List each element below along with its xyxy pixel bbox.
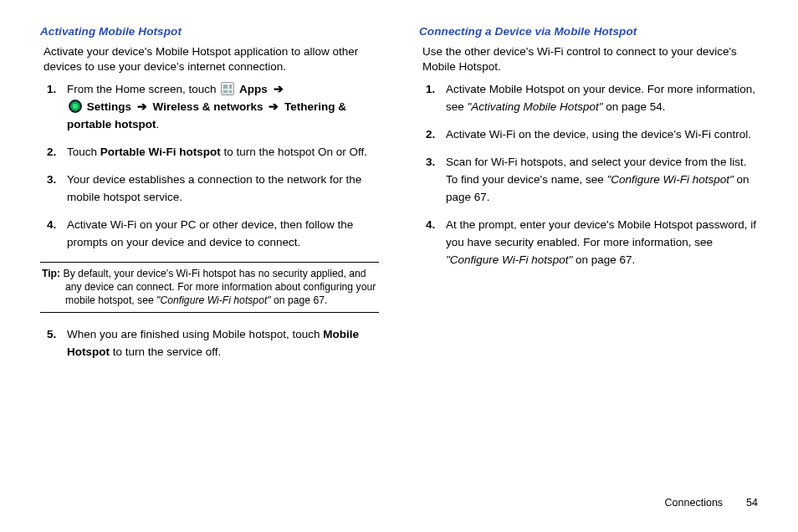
step1-end: .: [156, 118, 160, 130]
tip-label: Tip:: [42, 268, 60, 279]
right-steps: Activate Mobile Hotspot on your device. …: [419, 81, 758, 269]
left-steps: From the Home screen, touch Apps ➔ Setti…: [40, 81, 379, 251]
arrow-icon: ➔: [274, 83, 284, 95]
left-step-1: From the Home screen, touch Apps ➔ Setti…: [67, 81, 379, 134]
left-column: Activating Mobile Hotspot Activate your …: [40, 25, 379, 371]
s2a: Touch: [67, 146, 100, 158]
r4c: on page 67.: [572, 253, 635, 266]
tip-b: on page 67.: [271, 294, 328, 306]
left-steps-continued: When you are finished using Mobile hotsp…: [40, 326, 379, 361]
left-step-3: Your device establishes a connection to …: [67, 171, 379, 207]
r3b: "Configure Wi-Fi hotspot": [606, 173, 733, 186]
settings-icon: [69, 100, 82, 113]
r1c: on page 54.: [602, 100, 665, 113]
right-step-4: At the prompt, enter your device's Mobil…: [446, 217, 758, 269]
right-intro: Use the other device's Wi-Fi control to …: [422, 44, 758, 74]
path-wireless: Wireless & networks: [153, 100, 263, 113]
page: Activating Mobile Hotspot Activate your …: [0, 0, 798, 532]
r1b: "Activating Mobile Hotspot": [468, 100, 603, 113]
tip-box: Tip: By default, your device's Wi-Fi hot…: [40, 262, 379, 314]
r4a: At the prompt, enter your device's Mobil…: [446, 218, 756, 248]
tip-body: Tip: By default, your device's Wi-Fi hot…: [42, 268, 377, 308]
left-step-5: When you are finished using Mobile hotsp…: [67, 326, 379, 361]
step1-pre: From the Home screen, touch: [67, 83, 219, 95]
apps-icon: [221, 82, 234, 95]
section-heading-left: Activating Mobile Hotspot: [40, 25, 379, 38]
arrow-icon: ➔: [137, 100, 147, 113]
page-footer: Connections 54: [665, 497, 758, 509]
footer-page-number: 54: [746, 497, 758, 509]
s5c: to turn the service off.: [110, 345, 221, 358]
footer-section: Connections: [665, 497, 724, 509]
right-step-2: Activate Wi-Fi on the device, using the …: [446, 126, 758, 144]
left-step-2: Touch Portable Wi-Fi hotspot to turn the…: [67, 144, 379, 161]
r4b: "Configure Wi-Fi hotspot": [446, 253, 572, 266]
s5a: When you are finished using Mobile hotsp…: [67, 328, 323, 340]
settings-label: Settings: [87, 100, 131, 113]
two-column-layout: Activating Mobile Hotspot Activate your …: [40, 25, 758, 371]
section-heading-right: Connecting a Device via Mobile Hotspot: [419, 25, 758, 38]
s2c: to turn the hotspot On or Off.: [221, 146, 367, 158]
apps-label: Apps: [239, 83, 268, 95]
right-step-3: Scan for Wi-Fi hotspots, and select your…: [446, 154, 758, 207]
right-column: Connecting a Device via Mobile Hotspot U…: [419, 25, 758, 371]
arrow-icon: ➔: [269, 100, 279, 113]
right-step-1: Activate Mobile Hotspot on your device. …: [446, 81, 758, 116]
s2b: Portable Wi-Fi hotspot: [100, 146, 221, 158]
tip-xref: "Configure Wi-Fi hotspot": [156, 294, 271, 306]
left-step-4: Activate Wi-Fi on your PC or other devic…: [67, 217, 379, 252]
left-intro: Activate your device's Mobile Hotspot ap…: [43, 44, 379, 74]
